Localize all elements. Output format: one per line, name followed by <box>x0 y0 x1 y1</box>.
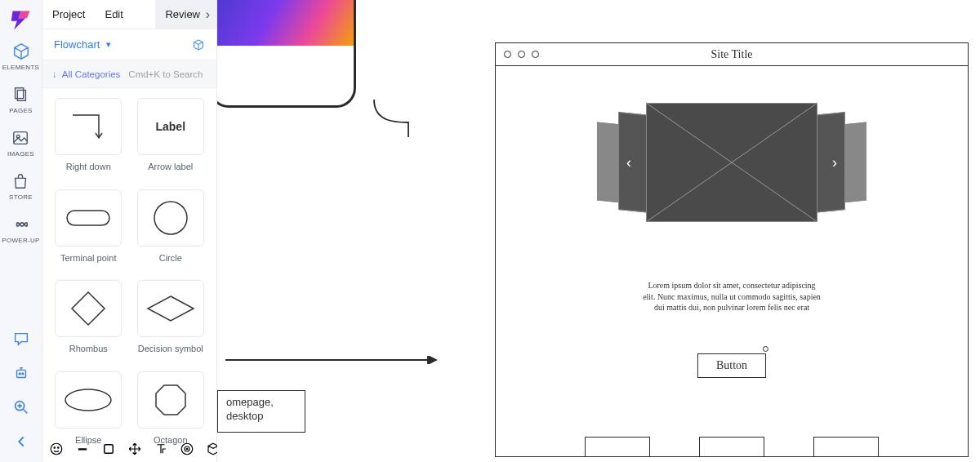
svg-point-6 <box>21 373 23 375</box>
svg-rect-15 <box>105 445 114 454</box>
chat-icon[interactable] <box>12 330 30 348</box>
rail-pages[interactable]: PAGES <box>9 86 32 114</box>
lorem-text: Lorem ipsum dolor sit amet, consectetur … <box>642 280 822 313</box>
menu-edit[interactable]: Edit <box>95 0 132 29</box>
square-icon[interactable] <box>101 442 116 456</box>
shape-rhombus[interactable]: Rhombus <box>52 280 125 362</box>
shape-label: Arrow label <box>148 162 193 171</box>
svg-point-10 <box>65 389 111 411</box>
shape-label: Decision symbol <box>138 344 203 353</box>
wireframe-mockup[interactable]: Site Title ‹ › Lorem ipsum dolor sit ame… <box>495 42 969 457</box>
rail-images-label: IMAGES <box>7 150 34 158</box>
slide-center <box>646 103 817 222</box>
svg-point-13 <box>58 447 60 449</box>
mockup-button[interactable]: Button <box>697 353 766 378</box>
robot-icon[interactable] <box>12 364 30 382</box>
boxes-row <box>585 437 879 456</box>
connector-curve <box>372 98 421 139</box>
rail-store[interactable]: STORE <box>9 172 33 201</box>
svg-rect-2 <box>14 132 28 144</box>
svg-rect-1 <box>18 91 26 101</box>
menu-project[interactable]: Project <box>42 0 95 29</box>
pages-icon <box>11 86 29 104</box>
svg-point-11 <box>51 443 62 455</box>
left-rail: ELEMENTS PAGES IMAGES STORE POWER-UP <box>0 0 42 462</box>
carousel: ‹ › <box>597 100 866 224</box>
homepage-node[interactable]: omepage, desktop <box>217 390 305 433</box>
device-screen <box>217 0 354 46</box>
homepage-text: omepage, desktop <box>226 396 274 422</box>
text-icon[interactable] <box>154 442 168 456</box>
rail-store-label: STORE <box>9 193 33 201</box>
rail-images[interactable]: IMAGES <box>7 129 34 158</box>
svg-rect-14 <box>78 448 87 450</box>
rail-powerup[interactable]: POWER-UP <box>2 215 39 244</box>
shape-label: Rhombus <box>69 344 108 353</box>
elements-panel: Project Edit Review Flowchart ▾ ↓ All Ca… <box>42 0 217 462</box>
move-icon[interactable] <box>127 442 142 456</box>
shape-arrow-label[interactable]: Label Arrow label <box>135 98 207 180</box>
zoom-icon[interactable] <box>12 398 30 416</box>
content-box <box>813 437 879 456</box>
search-hint: Cmd+K to Search <box>128 69 203 79</box>
svg-point-5 <box>19 373 20 375</box>
connector-arrow <box>225 356 438 364</box>
device-frame[interactable] <box>217 0 356 108</box>
shape-right-down[interactable]: Right down <box>52 98 125 180</box>
filter-bar[interactable]: ↓ All Categories Cmd+K to Search <box>42 60 216 88</box>
svg-rect-4 <box>16 370 25 377</box>
carousel-next[interactable]: › <box>832 154 837 171</box>
svg-point-9 <box>154 202 187 234</box>
shape-label: Circle <box>159 253 182 263</box>
cube-small-icon <box>192 38 205 51</box>
content-box <box>585 437 650 456</box>
content-box <box>699 437 764 456</box>
minus-icon[interactable] <box>75 442 90 456</box>
mockup-titlebar: Site Title <box>496 43 968 66</box>
shape-terminal-point[interactable]: Terminal point <box>52 189 125 271</box>
rail-elements-label: ELEMENTS <box>2 64 40 71</box>
target-icon[interactable] <box>180 442 194 456</box>
all-categories-link[interactable]: All Categories <box>62 69 121 79</box>
rail-pages-label: PAGES <box>9 107 32 114</box>
category-label: Flowchart <box>54 38 100 51</box>
bag-icon <box>11 172 29 190</box>
window-dot <box>532 51 539 58</box>
infinity-icon <box>12 215 30 233</box>
shape-grid: Right down Label Arrow label Terminal po… <box>42 88 216 462</box>
slide-far-right <box>842 122 866 202</box>
emoji-icon[interactable] <box>49 442 64 456</box>
window-dot <box>504 51 511 58</box>
rail-elements[interactable]: ELEMENTS <box>2 42 40 71</box>
topbar: Project Edit Review <box>42 0 216 29</box>
svg-point-12 <box>54 447 56 449</box>
svg-rect-0 <box>16 88 24 99</box>
collapse-icon[interactable] <box>12 433 30 451</box>
shape-circle[interactable]: Circle <box>135 189 207 271</box>
window-dot <box>518 51 525 58</box>
shape-decision-symbol[interactable]: Decision symbol <box>135 280 207 362</box>
site-title: Site Title <box>711 48 753 61</box>
rail-powerup-label: POWER-UP <box>2 237 39 244</box>
cube-icon <box>12 42 30 60</box>
shape-label: Terminal point <box>60 253 116 263</box>
sort-icon: ↓ <box>52 69 57 79</box>
image-icon <box>11 129 29 147</box>
carousel-prev[interactable]: ‹ <box>626 154 631 171</box>
chevron-down-icon: ▾ <box>106 39 111 50</box>
slide-right <box>813 112 845 213</box>
app-logo[interactable] <box>10 8 33 31</box>
arrow-label-text: Label <box>155 120 185 133</box>
svg-point-18 <box>186 448 188 450</box>
category-selector[interactable]: Flowchart ▾ <box>42 29 216 60</box>
svg-rect-8 <box>67 211 109 225</box>
shape-label: Right down <box>66 162 111 171</box>
menu-review[interactable]: Review <box>155 0 216 29</box>
canvas[interactable]: omepage, desktop Site Title ‹ › Lorem ip… <box>217 0 980 462</box>
